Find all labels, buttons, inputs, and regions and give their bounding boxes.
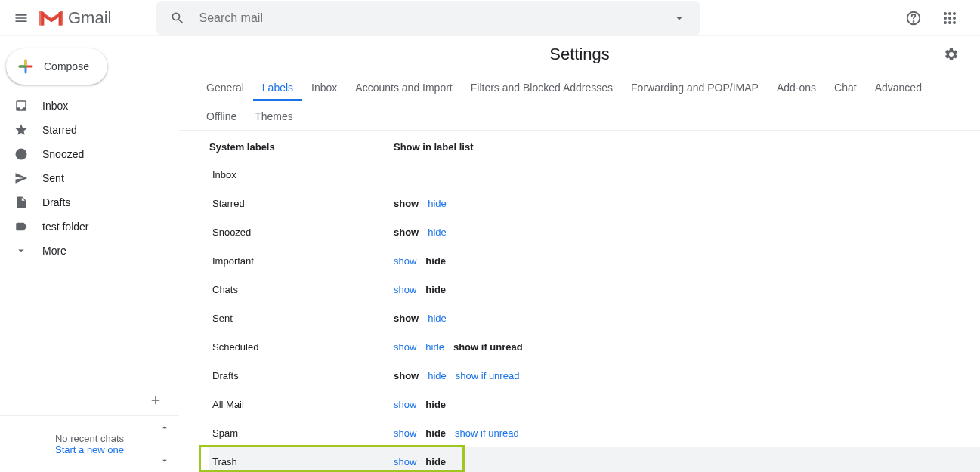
col-show-in-list: Show in label list (394, 141, 473, 153)
apps-button[interactable] (935, 3, 965, 33)
search-options-button[interactable] (664, 3, 694, 33)
send-icon (14, 171, 29, 186)
option-hide[interactable]: hide (425, 399, 446, 410)
option-show[interactable]: show (394, 370, 419, 381)
tab-filters-and-blocked-addresses[interactable]: Filters and Blocked Addresses (462, 72, 622, 101)
nav-list: InboxStarredSnoozedSentDraftstest folder… (0, 94, 179, 263)
chevron-up-icon[interactable] (159, 422, 170, 433)
label-row-starred: Starredshowhide (209, 189, 980, 217)
tab-forwarding-and-pop-imap[interactable]: Forwarding and POP/IMAP (622, 72, 768, 101)
label-name: Drafts (209, 370, 394, 381)
option-show[interactable]: show (394, 399, 416, 410)
hamburger-icon (14, 11, 29, 26)
sidebar: Compose InboxStarredSnoozedSentDraftstes… (0, 36, 179, 472)
label-row-snoozed: Snoozedshowhide (209, 217, 980, 246)
option-show[interactable]: show (394, 198, 419, 209)
sidebar-item-drafts[interactable]: Drafts (0, 190, 179, 214)
sidebar-item-snoozed[interactable]: Snoozed (0, 142, 179, 166)
label-row-all-mail: All Mailshowhide (209, 390, 980, 418)
sidebar-item-test-folder[interactable]: test folder (0, 214, 179, 239)
new-label-button[interactable] (149, 393, 162, 407)
label-options: showhide (394, 313, 447, 324)
sidebar-item-label: Sent (42, 172, 64, 184)
option-hide[interactable]: hide (425, 255, 446, 267)
search-box[interactable] (156, 1, 700, 35)
option-show_if_unread[interactable]: show if unread (455, 427, 519, 439)
search-icon (170, 11, 185, 26)
sidebar-item-label: Inbox (42, 100, 68, 112)
option-show[interactable]: show (394, 341, 416, 353)
label-options: showhide (394, 255, 446, 267)
hangouts-panel: No recent chats Start a new one (0, 415, 179, 472)
tab-labels[interactable]: Labels (253, 72, 302, 101)
label-name: Chats (209, 284, 394, 295)
plus-icon (149, 393, 162, 407)
settings-body[interactable]: System labels Show in label list InboxSt… (179, 131, 980, 472)
tab-accounts-and-import[interactable]: Accounts and Import (346, 72, 461, 101)
column-headers: System labels Show in label list (209, 131, 980, 160)
sidebar-item-inbox[interactable]: Inbox (0, 94, 179, 118)
option-hide[interactable]: hide (428, 198, 447, 209)
tab-themes[interactable]: Themes (246, 101, 302, 130)
option-hide[interactable]: hide (425, 456, 446, 467)
support-button[interactable] (898, 3, 929, 33)
help-icon (905, 10, 922, 26)
no-recent-chats-text: No recent chats (55, 433, 124, 444)
option-show[interactable]: show (394, 313, 419, 324)
apps-grid-icon (943, 11, 957, 25)
main-menu-button[interactable] (6, 3, 36, 33)
option-show[interactable]: show (394, 227, 419, 238)
option-show[interactable]: show (394, 284, 416, 295)
chevron-down-icon[interactable] (159, 455, 170, 466)
option-show[interactable]: show (394, 255, 416, 267)
option-hide[interactable]: hide (428, 313, 447, 324)
label-name: Spam (209, 427, 394, 439)
label-name: All Mail (209, 399, 394, 410)
settings-tabs: GeneralLabelsInboxAccounts and ImportFil… (179, 72, 980, 131)
option-hide[interactable]: hide (428, 227, 447, 238)
tab-add-ons[interactable]: Add-ons (768, 72, 825, 101)
label-options: showhide (394, 399, 446, 410)
svg-point-13 (953, 17, 956, 20)
label-options: showhide (394, 198, 447, 209)
tab-advanced[interactable]: Advanced (866, 72, 931, 101)
svg-rect-5 (59, 12, 62, 26)
tab-inbox[interactable]: Inbox (302, 72, 346, 101)
label-row-inbox: Inbox (209, 160, 980, 189)
option-hide[interactable]: hide (425, 427, 446, 439)
label-row-trash: Trashshowhide (209, 447, 980, 472)
option-hide[interactable]: hide (428, 370, 447, 381)
sidebar-item-starred[interactable]: Starred (0, 118, 179, 142)
compose-button[interactable]: Compose (6, 48, 107, 85)
option-show_if_unread[interactable]: show if unread (453, 341, 523, 353)
option-show_if_unread[interactable]: show if unread (456, 370, 520, 381)
label-name: Snoozed (209, 227, 394, 238)
label-row-scheduled: Scheduledshowhideshow if unread (209, 332, 980, 361)
settings-gear-button[interactable] (944, 47, 959, 62)
caret-down-icon (672, 11, 687, 26)
tab-chat[interactable]: Chat (825, 72, 866, 101)
label-options: showhide (394, 284, 446, 295)
start-new-chat-link[interactable]: Start a new one (55, 444, 124, 455)
search-input[interactable] (199, 11, 664, 25)
option-show[interactable]: show (394, 456, 416, 467)
label-row-important: Importantshowhide (209, 246, 980, 275)
svg-point-10 (953, 12, 956, 15)
option-hide[interactable]: hide (425, 284, 446, 295)
svg-point-7 (914, 21, 914, 22)
label-name: Scheduled (209, 341, 394, 353)
compose-label: Compose (44, 60, 89, 72)
search-button[interactable] (162, 3, 193, 33)
svg-point-9 (948, 12, 951, 15)
gmail-logo[interactable]: Gmail (39, 8, 111, 28)
sidebar-item-sent[interactable]: Sent (0, 166, 179, 190)
tab-general[interactable]: General (197, 72, 253, 101)
gear-icon (944, 47, 959, 62)
option-show[interactable]: show (394, 427, 416, 439)
sidebar-item-more[interactable]: More (0, 239, 179, 263)
svg-point-11 (944, 17, 947, 20)
option-hide[interactable]: hide (425, 341, 444, 353)
label-options: showhideshow if unread (394, 370, 519, 381)
tab-offline[interactable]: Offline (197, 101, 246, 130)
sidebar-item-label: Snoozed (42, 148, 84, 160)
